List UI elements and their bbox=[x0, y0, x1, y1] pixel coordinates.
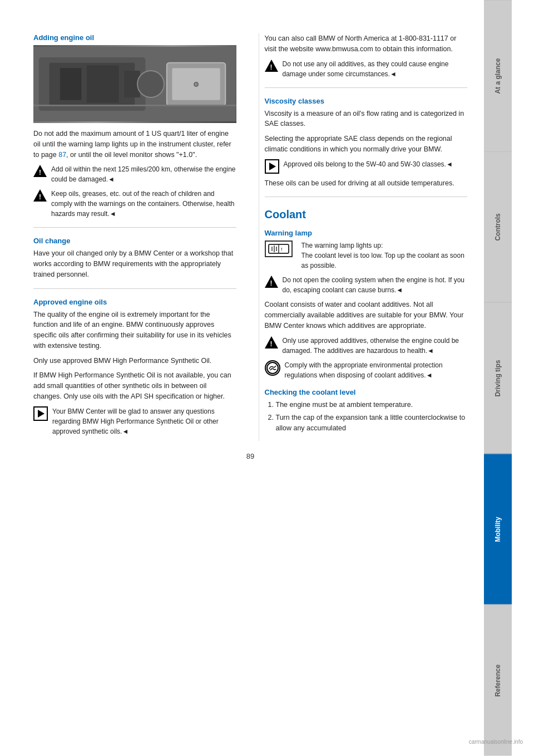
adding-oil-p1: Do not add the maximum amount of 1 US qu… bbox=[33, 129, 236, 160]
engine-image: ⚙ bbox=[33, 45, 236, 123]
sidebar-tab-at-a-glance[interactable]: At a glance bbox=[484, 0, 512, 151]
engine-image-bg: ⚙ bbox=[33, 45, 236, 123]
svg-rect-3 bbox=[60, 68, 81, 100]
engine-svg: ⚙ bbox=[33, 45, 236, 123]
env-icon bbox=[265, 360, 280, 376]
viscosity-p1: Viscosity is a measure of an oil's flow … bbox=[265, 109, 468, 130]
coolant-step-2: Turn the cap of the expansion tank a lit… bbox=[276, 413, 468, 434]
page-number: 89 bbox=[33, 452, 467, 460]
divider-2 bbox=[33, 288, 236, 289]
viscosity-note: Approved oils belong to the 5W-40 and 5W… bbox=[265, 159, 468, 174]
warning-triangle-icon-2 bbox=[33, 189, 47, 202]
svg-point-6 bbox=[137, 71, 164, 97]
viscosity-p3: These oils can be used for driving at al… bbox=[265, 178, 468, 189]
sidebar-tab-controls[interactable]: Controls bbox=[484, 151, 512, 303]
approved-oils-note-text: Your BMW Center will be glad to answer a… bbox=[52, 406, 236, 436]
warning-additives-box: Do not use any oil additives, as they co… bbox=[265, 59, 468, 79]
coolant-icon-svg: ! bbox=[268, 242, 290, 256]
contact-text: You can also call BMW of North America a… bbox=[265, 33, 468, 55]
approved-oils-p1: The quality of the engine oil is extreme… bbox=[33, 310, 236, 351]
adding-engine-oil-heading: Adding engine oil bbox=[33, 33, 236, 42]
coolant-p1: Coolant consists of water and coolant ad… bbox=[265, 300, 468, 331]
main-content: Adding engine oil bbox=[0, 0, 484, 756]
divider-1 bbox=[33, 227, 236, 228]
svg-text:!: ! bbox=[281, 247, 283, 252]
coolant-warning-box-2: Only use approved additives, otherwise t… bbox=[265, 336, 468, 356]
sidebar-tab-reference[interactable]: Reference bbox=[484, 605, 512, 756]
approved-oils-p2: Only use approved BMW High Performance S… bbox=[33, 356, 236, 366]
coolant-warning-2-text: Only use approved additives, otherwise t… bbox=[283, 336, 468, 356]
oil-change-p1: Have your oil changed only by a BMW Cent… bbox=[33, 248, 236, 279]
viscosity-section: Viscosity classes Viscosity is a measure… bbox=[265, 97, 468, 189]
watermark: carmanualsonline.info bbox=[469, 739, 523, 745]
coolant-step-1: The engine must be at ambient temperatur… bbox=[276, 400, 468, 410]
oil-change-section: Oil change Have your oil changed only by… bbox=[33, 237, 236, 279]
oil-change-heading: Oil change bbox=[33, 237, 236, 245]
warning-text-1: Add oil within the next 125 miles/200 km… bbox=[51, 164, 236, 184]
sidebar-tab-mobility[interactable]: Mobility bbox=[484, 454, 512, 605]
coolant-warning-text-1: The warning lamp lights up: bbox=[301, 242, 383, 249]
warning-triangle-icon-3 bbox=[265, 59, 278, 72]
svg-rect-4 bbox=[87, 65, 119, 102]
divider-4 bbox=[265, 197, 468, 197]
warning-triangle-icon-4 bbox=[265, 275, 278, 288]
approved-oils-note: Your BMW Center will be glad to answer a… bbox=[33, 406, 236, 436]
svg-point-13 bbox=[267, 362, 278, 374]
approved-oils-p3: If BMW High Performance Synthetic Oil is… bbox=[33, 370, 236, 401]
adding-engine-oil-section: Adding engine oil bbox=[33, 33, 236, 219]
sidebar-tab-driving-tips[interactable]: Driving tips bbox=[484, 302, 512, 454]
warning-text-2: Keep oils, greases, etc. out of the reac… bbox=[51, 189, 236, 219]
warning-triangle-icon-5 bbox=[265, 336, 278, 349]
env-svg bbox=[266, 361, 279, 375]
approved-oils-heading: Approved engine oils bbox=[33, 298, 236, 306]
warning-triangle-icon-1 bbox=[33, 164, 47, 178]
left-column: Adding engine oil bbox=[33, 33, 242, 441]
sidebar: At a glance Controls Driving tips Mobili… bbox=[484, 0, 512, 756]
coolant-heading: Coolant bbox=[265, 208, 468, 221]
svg-text:⚙: ⚙ bbox=[193, 81, 199, 88]
checking-coolant-heading: Checking the coolant level bbox=[265, 388, 468, 396]
divider-3 bbox=[265, 87, 468, 88]
coolant-env-box: Comply with the appropriate environmenta… bbox=[265, 360, 468, 380]
coolant-warning-row: ! The warning lamp lights up: The coolan… bbox=[265, 240, 468, 271]
viscosity-note-text: Approved oils belong to the 5W-40 and 5W… bbox=[284, 159, 453, 169]
coolant-warning-text: The warning lamp lights up: The coolant … bbox=[301, 240, 468, 271]
right-column: You can also call BMW of North America a… bbox=[259, 33, 468, 441]
page-87-link[interactable]: 87 bbox=[58, 151, 66, 159]
coolant-warning-1-text: Do not open the cooling system when the … bbox=[283, 275, 468, 295]
coolant-level-icon: ! bbox=[265, 240, 293, 257]
viscosity-p2: Selecting the appropriate SAE class depe… bbox=[265, 134, 468, 155]
coolant-env-text: Comply with the appropriate environmenta… bbox=[285, 360, 468, 380]
warning-box-2: Keep oils, greases, etc. out of the reac… bbox=[33, 189, 236, 219]
warning-box-1: Add oil within the next 125 miles/200 km… bbox=[33, 164, 236, 184]
coolant-section: Coolant Warning lamp ! The warning lamp … bbox=[265, 208, 468, 434]
play-icon-2 bbox=[265, 159, 279, 174]
approved-oils-section: Approved engine oils The quality of the … bbox=[33, 298, 236, 436]
coolant-warning-text-2: The coolant level is too low. Top up the… bbox=[301, 252, 464, 269]
coolant-steps-list: The engine must be at ambient temperatur… bbox=[265, 400, 468, 434]
warning-lamp-heading: Warning lamp bbox=[265, 229, 468, 237]
viscosity-heading: Viscosity classes bbox=[265, 97, 468, 105]
coolant-warning-box-1: Do not open the cooling system when the … bbox=[265, 275, 468, 295]
play-icon-1 bbox=[33, 406, 48, 421]
warning-additives-text: Do not use any oil additives, as they co… bbox=[283, 59, 468, 79]
